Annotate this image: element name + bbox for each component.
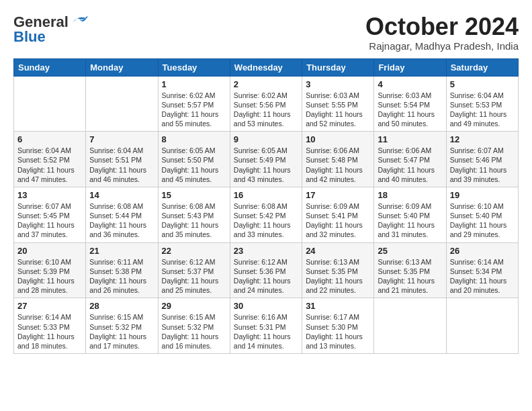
day-number: 14	[89, 190, 154, 200]
calendar-table: SundayMondayTuesdayWednesdayThursdayFrid…	[13, 58, 519, 354]
day-info: Sunrise: 6:11 AM Sunset: 5:38 PM Dayligh…	[89, 257, 154, 295]
calendar-cell: 20Sunrise: 6:10 AM Sunset: 5:39 PM Dayli…	[14, 242, 86, 298]
day-number: 24	[306, 246, 370, 256]
month-title: October 2024	[365, 13, 519, 40]
day-info: Sunrise: 6:05 AM Sunset: 5:50 PM Dayligh…	[162, 146, 226, 184]
calendar-cell: 30Sunrise: 6:16 AM Sunset: 5:31 PM Dayli…	[230, 298, 302, 354]
calendar-cell: 28Sunrise: 6:15 AM Sunset: 5:32 PM Dayli…	[86, 298, 158, 354]
title-section: October 2024 Rajnagar, Madhya Pradesh, I…	[365, 13, 519, 52]
day-number: 7	[89, 134, 154, 144]
day-info: Sunrise: 6:08 AM Sunset: 5:44 PM Dayligh…	[89, 201, 154, 240]
day-number: 21	[89, 246, 154, 256]
day-number: 10	[306, 134, 370, 144]
calendar-cell: 26Sunrise: 6:14 AM Sunset: 5:34 PM Dayli…	[446, 242, 518, 298]
day-info: Sunrise: 6:09 AM Sunset: 5:41 PM Dayligh…	[306, 201, 370, 240]
calendar-cell: 24Sunrise: 6:13 AM Sunset: 5:35 PM Dayli…	[302, 242, 374, 298]
day-info: Sunrise: 6:10 AM Sunset: 5:40 PM Dayligh…	[450, 201, 515, 240]
day-number: 13	[17, 190, 82, 200]
logo-blue: Blue	[13, 28, 46, 46]
calendar-cell: 13Sunrise: 6:07 AM Sunset: 5:45 PM Dayli…	[14, 187, 86, 242]
weekday-header-monday: Monday	[86, 58, 158, 76]
day-info: Sunrise: 6:05 AM Sunset: 5:49 PM Dayligh…	[234, 146, 298, 184]
day-number: 8	[162, 134, 226, 144]
calendar-cell: 3Sunrise: 6:03 AM Sunset: 5:55 PM Daylig…	[302, 76, 374, 132]
logo: General Blue	[13, 13, 89, 46]
calendar-cell	[14, 76, 86, 132]
day-info: Sunrise: 6:14 AM Sunset: 5:33 PM Dayligh…	[17, 312, 82, 351]
day-info: Sunrise: 6:03 AM Sunset: 5:55 PM Dayligh…	[306, 91, 370, 129]
calendar-cell	[374, 298, 446, 354]
day-info: Sunrise: 6:08 AM Sunset: 5:43 PM Dayligh…	[162, 201, 226, 240]
day-info: Sunrise: 6:02 AM Sunset: 5:56 PM Dayligh…	[234, 91, 298, 129]
day-info: Sunrise: 6:16 AM Sunset: 5:31 PM Dayligh…	[234, 312, 298, 351]
calendar-cell: 19Sunrise: 6:10 AM Sunset: 5:40 PM Dayli…	[446, 187, 518, 242]
day-info: Sunrise: 6:13 AM Sunset: 5:35 PM Dayligh…	[378, 257, 442, 295]
calendar-cell: 25Sunrise: 6:13 AM Sunset: 5:35 PM Dayli…	[374, 242, 446, 298]
calendar-cell: 18Sunrise: 6:09 AM Sunset: 5:40 PM Dayli…	[374, 187, 446, 242]
weekday-header-row: SundayMondayTuesdayWednesdayThursdayFrid…	[14, 58, 519, 76]
day-info: Sunrise: 6:04 AM Sunset: 5:52 PM Dayligh…	[17, 146, 82, 184]
day-number: 3	[306, 79, 370, 89]
day-number: 11	[378, 134, 442, 144]
day-number: 9	[234, 134, 298, 144]
day-info: Sunrise: 6:10 AM Sunset: 5:39 PM Dayligh…	[17, 257, 82, 295]
calendar-cell: 4Sunrise: 6:03 AM Sunset: 5:54 PM Daylig…	[374, 76, 446, 132]
day-info: Sunrise: 6:04 AM Sunset: 5:53 PM Dayligh…	[450, 91, 515, 129]
day-number: 28	[89, 301, 154, 311]
calendar-cell: 8Sunrise: 6:05 AM Sunset: 5:50 PM Daylig…	[158, 132, 230, 187]
day-number: 6	[17, 134, 82, 144]
weekday-header-sunday: Sunday	[14, 58, 86, 76]
calendar-cell: 10Sunrise: 6:06 AM Sunset: 5:48 PM Dayli…	[302, 132, 374, 187]
day-info: Sunrise: 6:07 AM Sunset: 5:45 PM Dayligh…	[17, 201, 82, 240]
calendar-cell: 1Sunrise: 6:02 AM Sunset: 5:57 PM Daylig…	[158, 76, 230, 132]
calendar-cell: 6Sunrise: 6:04 AM Sunset: 5:52 PM Daylig…	[14, 132, 86, 187]
location: Rajnagar, Madhya Pradesh, India	[365, 40, 519, 52]
calendar-cell: 29Sunrise: 6:15 AM Sunset: 5:32 PM Dayli…	[158, 298, 230, 354]
day-info: Sunrise: 6:06 AM Sunset: 5:47 PM Dayligh…	[378, 146, 442, 184]
day-number: 31	[306, 301, 370, 311]
day-info: Sunrise: 6:03 AM Sunset: 5:54 PM Dayligh…	[378, 91, 442, 129]
day-info: Sunrise: 6:04 AM Sunset: 5:51 PM Dayligh…	[89, 146, 154, 184]
calendar-cell: 5Sunrise: 6:04 AM Sunset: 5:53 PM Daylig…	[446, 76, 518, 132]
day-number: 23	[234, 246, 298, 256]
day-number: 22	[162, 246, 226, 256]
calendar-week-1: 1Sunrise: 6:02 AM Sunset: 5:57 PM Daylig…	[14, 76, 519, 132]
calendar-cell	[446, 298, 518, 354]
page-header: General Blue October 2024 Rajnagar, Madh…	[13, 13, 519, 52]
day-number: 29	[162, 301, 226, 311]
day-number: 2	[234, 79, 298, 89]
weekday-header-wednesday: Wednesday	[230, 58, 302, 76]
calendar-cell: 2Sunrise: 6:02 AM Sunset: 5:56 PM Daylig…	[230, 76, 302, 132]
day-info: Sunrise: 6:14 AM Sunset: 5:34 PM Dayligh…	[450, 257, 515, 295]
day-number: 16	[234, 190, 298, 200]
day-info: Sunrise: 6:12 AM Sunset: 5:36 PM Dayligh…	[234, 257, 298, 295]
calendar-cell: 11Sunrise: 6:06 AM Sunset: 5:47 PM Dayli…	[374, 132, 446, 187]
calendar-week-2: 6Sunrise: 6:04 AM Sunset: 5:52 PM Daylig…	[14, 132, 519, 187]
day-number: 27	[17, 301, 82, 311]
weekday-header-thursday: Thursday	[302, 58, 374, 76]
calendar-cell: 27Sunrise: 6:14 AM Sunset: 5:33 PM Dayli…	[14, 298, 86, 354]
calendar-week-3: 13Sunrise: 6:07 AM Sunset: 5:45 PM Dayli…	[14, 187, 519, 242]
day-number: 5	[450, 79, 515, 89]
day-number: 15	[162, 190, 226, 200]
day-number: 19	[450, 190, 515, 200]
day-info: Sunrise: 6:07 AM Sunset: 5:46 PM Dayligh…	[450, 146, 515, 184]
weekday-header-saturday: Saturday	[446, 58, 518, 76]
calendar-cell: 22Sunrise: 6:12 AM Sunset: 5:37 PM Dayli…	[158, 242, 230, 298]
day-number: 20	[17, 246, 82, 256]
day-info: Sunrise: 6:13 AM Sunset: 5:35 PM Dayligh…	[306, 257, 370, 295]
calendar-cell: 17Sunrise: 6:09 AM Sunset: 5:41 PM Dayli…	[302, 187, 374, 242]
calendar-cell: 7Sunrise: 6:04 AM Sunset: 5:51 PM Daylig…	[86, 132, 158, 187]
calendar-cell: 23Sunrise: 6:12 AM Sunset: 5:36 PM Dayli…	[230, 242, 302, 298]
day-number: 30	[234, 301, 298, 311]
day-number: 26	[450, 246, 515, 256]
day-info: Sunrise: 6:17 AM Sunset: 5:30 PM Dayligh…	[306, 312, 370, 351]
day-info: Sunrise: 6:08 AM Sunset: 5:42 PM Dayligh…	[234, 201, 298, 240]
calendar-week-4: 20Sunrise: 6:10 AM Sunset: 5:39 PM Dayli…	[14, 242, 519, 298]
calendar-week-5: 27Sunrise: 6:14 AM Sunset: 5:33 PM Dayli…	[14, 298, 519, 354]
day-number: 1	[162, 79, 226, 89]
day-number: 12	[450, 134, 515, 144]
day-info: Sunrise: 6:12 AM Sunset: 5:37 PM Dayligh…	[162, 257, 226, 295]
weekday-header-tuesday: Tuesday	[158, 58, 230, 76]
calendar-cell: 21Sunrise: 6:11 AM Sunset: 5:38 PM Dayli…	[86, 242, 158, 298]
